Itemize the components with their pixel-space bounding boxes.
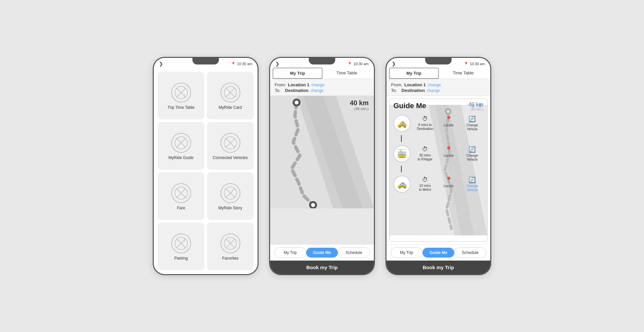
menu-label-myride-card: MyRide Card bbox=[219, 105, 242, 110]
from-label-2: From: bbox=[275, 82, 286, 87]
menu-item-myride-guide[interactable]: MyRide Guide bbox=[158, 122, 204, 170]
menu-label-trip-time-table: Trip Time Table bbox=[168, 105, 194, 110]
eye-icon[interactable]: 👁 bbox=[477, 103, 483, 109]
tab-my-trip-2[interactable]: My Trip bbox=[273, 68, 322, 79]
tab-bar-3: My Trip Time Table bbox=[389, 68, 488, 79]
connector-line-0 bbox=[401, 135, 402, 142]
from-location-2: Location 1 bbox=[288, 82, 309, 87]
time-1: 10:30 am bbox=[237, 62, 252, 66]
vehicle-locate-label-0: Locate bbox=[444, 123, 454, 127]
to-change-2[interactable]: change bbox=[310, 88, 323, 93]
menu-label-connected-vehicles: Connected Vehicles bbox=[213, 155, 248, 160]
location-icon-1: 📍 bbox=[231, 62, 236, 66]
bottom-btn-p2-1[interactable]: Guide Me bbox=[306, 248, 338, 258]
vehicle-change-1[interactable]: 🔄 ChangeVehicle bbox=[461, 146, 483, 162]
guide-box: Guide Me ≡ 👁 40 km (49 min.) 🚕 ⏱ 8 mins … bbox=[389, 99, 488, 242]
book-bar-3[interactable]: Book my Trip bbox=[386, 261, 490, 274]
menu-icon-myride-guide bbox=[171, 133, 191, 153]
bottom-btn-p3-1[interactable]: Guide Me bbox=[423, 248, 454, 258]
menu-icon-connected-vehicles bbox=[221, 133, 240, 153]
vehicle-locate-0[interactable]: 📍 Locate bbox=[437, 115, 460, 131]
menu-label-myride-story: MyRide Story bbox=[218, 206, 242, 210]
menu-label-parking: Parking bbox=[174, 256, 188, 261]
menu-icon-favorites bbox=[221, 233, 240, 253]
vehicle-change-0[interactable]: 🔄 ChangeVehicle bbox=[461, 115, 483, 131]
tab-time-table-3[interactable]: Time Table bbox=[439, 68, 488, 79]
menu-item-myride-story[interactable]: MyRide Story bbox=[207, 172, 254, 220]
menu-item-connected-vehicles[interactable]: Connected Vehicles bbox=[207, 122, 254, 170]
book-bar-2[interactable]: Book my Trip bbox=[270, 261, 374, 274]
menu-icon-myride-story bbox=[221, 183, 240, 203]
menu-icon-parking bbox=[171, 233, 191, 253]
menu-item-trip-time-table[interactable]: Trip Time Table bbox=[158, 72, 204, 119]
vehicle-locate-2[interactable]: 📍 Locate bbox=[437, 176, 460, 192]
tab-my-trip-3[interactable]: My Trip bbox=[389, 68, 439, 79]
guide-title: Guide Me bbox=[393, 102, 426, 110]
guide-header: Guide Me ≡ 👁 bbox=[389, 99, 487, 111]
menu-item-favorites[interactable]: Favorites bbox=[207, 223, 254, 270]
vehicle-locate-1[interactable]: 📍 Locate bbox=[437, 146, 460, 162]
menu-label-favorites: Favorites bbox=[222, 256, 238, 261]
vehicle-row-0: 🚕 ⏱ 8 mins toDestination 📍 Locate 🔄 Chan… bbox=[389, 111, 487, 135]
location-icon-2: 📍 bbox=[347, 62, 352, 66]
app-logo-1: ❯ bbox=[159, 61, 163, 66]
vehicle-time-label-2: 10 minsto Metro bbox=[419, 184, 431, 192]
notch-2 bbox=[309, 58, 335, 64]
phone-2: ❯ 📍 10:30 am My Trip Time Table From: Lo… bbox=[269, 57, 375, 275]
vehicle-change-2[interactable]: 🔄 ChangeVehicle bbox=[461, 176, 483, 192]
pin-icon-1: 📍 bbox=[445, 146, 452, 153]
trip-info-2: From: Location 1 change To: Destination … bbox=[270, 79, 374, 96]
from-change-2[interactable]: change bbox=[311, 83, 324, 87]
menu-grid: Trip Time Table MyRide Card MyRide Guide bbox=[154, 68, 258, 274]
from-change-3[interactable]: change bbox=[428, 83, 441, 87]
menu-icon-myride-card bbox=[221, 83, 240, 103]
status-right-1: 📍 10:30 am bbox=[231, 62, 252, 66]
distance-km: 40 km bbox=[350, 99, 369, 107]
vehicle-actions-0: ⏱ 8 mins toDestination 📍 Locate 🔄 Change… bbox=[414, 115, 483, 131]
notch-3 bbox=[425, 58, 452, 64]
bottom-btn-p3-2[interactable]: Schedule bbox=[454, 247, 486, 258]
vehicle-change-label-1: ChangeVehicle bbox=[466, 154, 478, 162]
refresh-icon-0: 🔄 bbox=[468, 115, 476, 123]
map-distance: 40 km (49 min.) bbox=[350, 99, 369, 111]
vehicle-actions-2: ⏱ 10 minsto Metro 📍 Locate 🔄 ChangeVehic… bbox=[414, 176, 483, 192]
tab-time-table-2[interactable]: Time Table bbox=[322, 68, 371, 79]
clock-icon-1: ⏱ bbox=[422, 146, 428, 153]
time-2: 10:30 am bbox=[353, 62, 369, 66]
menu-item-myride-card[interactable]: MyRide Card bbox=[207, 72, 254, 119]
bottom-btn-p2-0[interactable]: My Trip bbox=[274, 247, 306, 258]
menu-label-fare: Fare bbox=[177, 206, 185, 210]
menu-icon-fare bbox=[171, 183, 191, 203]
to-location-3: Destination bbox=[401, 88, 425, 93]
vehicle-icon-1: 🚋 bbox=[393, 145, 411, 162]
bottom-btn-p3-0[interactable]: My Trip bbox=[390, 247, 423, 258]
vehicle-time-0: ⏱ 8 mins toDestination bbox=[414, 115, 436, 131]
from-location-3: Location 1 bbox=[404, 82, 426, 87]
app-logo-3: ❯ bbox=[392, 61, 396, 66]
vehicle-locate-label-2: Locate bbox=[444, 184, 454, 188]
menu-icon-trip-time-table bbox=[171, 83, 191, 103]
phone-3: ❯ 📍 10:30 am My Trip Time Table From: Lo… bbox=[385, 57, 491, 275]
map-svg bbox=[270, 96, 374, 208]
to-label-2: To: bbox=[275, 88, 280, 93]
menu-label-myride-guide: MyRide Guide bbox=[168, 155, 193, 160]
to-label-3: To: bbox=[391, 88, 397, 93]
pin-icon-0: 📍 bbox=[445, 115, 452, 123]
vehicle-time-1: ⏱ 30 minsto KNagar bbox=[414, 146, 436, 162]
to-change-3[interactable]: change bbox=[427, 88, 440, 93]
distance-mins: (49 min.) bbox=[350, 107, 369, 111]
guide-action-icons: ≡ 👁 bbox=[471, 103, 483, 109]
vehicle-locate-label-1: Locate bbox=[444, 154, 454, 158]
pin-icon-2: 📍 bbox=[445, 176, 452, 184]
tab-bar-2: My Trip Time Table bbox=[273, 68, 371, 79]
vehicle-change-label-0: ChangeVehicle bbox=[466, 123, 478, 131]
lines-icon[interactable]: ≡ bbox=[471, 103, 475, 109]
bottom-nav-2: My TripGuide MeSchedule bbox=[270, 244, 374, 261]
vehicle-icon-2: 🚕 bbox=[393, 176, 411, 193]
vehicle-time-2: ⏱ 10 minsto Metro bbox=[414, 176, 436, 192]
menu-item-parking[interactable]: Parking bbox=[158, 223, 204, 270]
bottom-btn-p2-2[interactable]: Schedule bbox=[338, 247, 370, 258]
menu-item-fare[interactable]: Fare bbox=[158, 172, 204, 220]
refresh-icon-2: 🔄 bbox=[468, 176, 476, 184]
status-right-2: 📍 10:30 am bbox=[347, 62, 369, 66]
